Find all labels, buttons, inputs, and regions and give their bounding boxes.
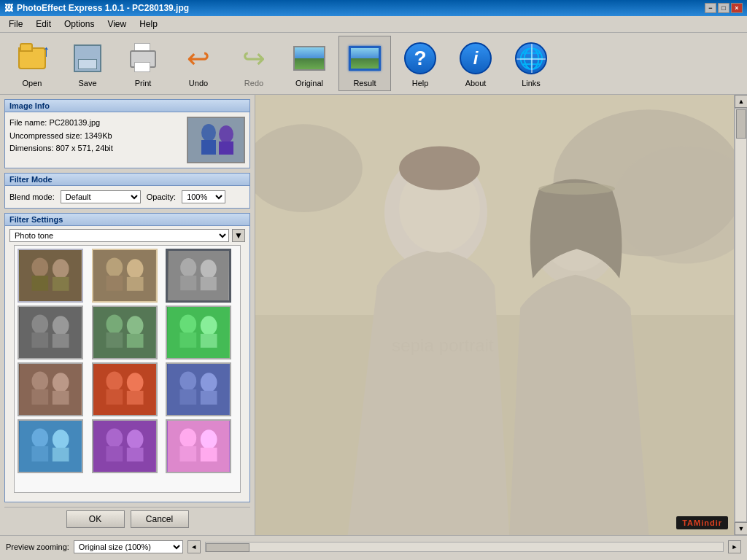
filter-thumbnail-7[interactable]: [18, 362, 83, 416]
titlebar: 🖼 PhotoEffect Express 1.0.1 - PC280139.j…: [0, 0, 747, 16]
horizontal-scrollbar[interactable]: [205, 542, 724, 552]
redo-icon: ↪: [235, 39, 273, 77]
preview-statusbar: Preview zooming: Original size (100%) 50…: [0, 535, 747, 557]
svg-rect-62: [180, 446, 197, 462]
filter-thumbnail-2[interactable]: [92, 249, 158, 303]
svg-rect-7: [31, 276, 48, 291]
svg-rect-37: [31, 389, 48, 405]
zoom-select[interactable]: Original size (100%) 50% 75% 150% 200%: [74, 540, 183, 553]
filter-thumbnail-9[interactable]: [166, 362, 231, 416]
filter-thumbnail-11[interactable]: [92, 419, 158, 473]
opacity-select[interactable]: 100% 90% 80%: [182, 190, 225, 203]
close-button[interactable]: ×: [731, 3, 743, 13]
titlebar-icon: 🖼: [4, 3, 13, 13]
menu-options[interactable]: Options: [58, 18, 100, 31]
vertical-scrollbar[interactable]: ▲ ▼: [734, 95, 747, 535]
filename-text: File name: PC280139.jpg: [9, 117, 181, 130]
watermark-indir: indir: [701, 518, 722, 527]
svg-rect-47: [180, 389, 197, 405]
bottom-buttons: OK Cancel: [4, 507, 250, 531]
svg-rect-19: [201, 277, 217, 290]
filter-thumbnail-6[interactable]: [166, 306, 231, 359]
result-icon: [346, 39, 384, 77]
filter-mode-title: Filter Mode: [5, 174, 249, 186]
ok-button[interactable]: OK: [66, 510, 125, 528]
menu-edit[interactable]: Edit: [30, 18, 57, 31]
svg-point-56: [106, 428, 123, 447]
scroll-down-button[interactable]: ▼: [735, 522, 747, 535]
thumbnails-grid: [15, 246, 240, 476]
original-button[interactable]: Original: [283, 36, 336, 91]
undo-button[interactable]: ↩ Undo: [172, 36, 225, 91]
scroll-left-button[interactable]: ◄: [187, 540, 201, 553]
filter-thumbnail-8[interactable]: [92, 362, 158, 416]
about-button[interactable]: i About: [449, 36, 502, 91]
save-button[interactable]: Save: [61, 36, 114, 91]
help-icon: ?: [401, 39, 439, 77]
filter-settings-panel: Filter Settings Photo tone Blur Sharpen …: [4, 213, 250, 502]
svg-point-51: [31, 428, 48, 447]
left-panel: Image Info File name: PC280139.jpg Uncom…: [0, 95, 255, 535]
svg-rect-52: [31, 446, 48, 462]
filter-type-select[interactable]: Photo tone Blur Sharpen: [9, 229, 229, 242]
svg-point-13: [126, 259, 143, 278]
menu-help[interactable]: Help: [133, 18, 163, 31]
cancel-button[interactable]: Cancel: [131, 510, 189, 528]
thumbnail-preview: [187, 117, 245, 163]
print-label: Print: [135, 79, 152, 88]
filter-thumbnail-4[interactable]: [18, 306, 83, 359]
links-button[interactable]: 🌐 Links: [505, 36, 557, 91]
svg-point-46: [180, 371, 197, 390]
filter-expand-button[interactable]: ▼: [232, 229, 245, 242]
filter-thumbnail-10[interactable]: [18, 419, 83, 473]
svg-rect-4: [219, 141, 233, 155]
filter-thumbnail-1[interactable]: [18, 249, 83, 303]
open-label: Open: [23, 79, 42, 88]
scroll-thumb[interactable]: [736, 109, 746, 139]
svg-rect-59: [126, 448, 143, 462]
filter-settings-title: Filter Settings: [5, 214, 249, 226]
scroll-up-button[interactable]: ▲: [735, 95, 747, 108]
svg-point-48: [201, 373, 217, 392]
scroll-track[interactable]: [735, 108, 747, 522]
svg-point-8: [53, 259, 69, 278]
thumbnail-image: [188, 118, 244, 162]
help-button[interactable]: ? Help: [394, 36, 446, 91]
titlebar-controls: − □ ×: [705, 3, 743, 13]
thumbnails-container[interactable]: [14, 245, 241, 493]
main-area: Image Info File name: PC280139.jpg Uncom…: [0, 95, 747, 535]
menu-file[interactable]: File: [3, 18, 28, 31]
svg-rect-9: [53, 277, 69, 291]
open-button[interactable]: ↑ Open: [6, 36, 58, 91]
svg-rect-32: [180, 332, 197, 348]
svg-point-33: [201, 316, 217, 335]
redo-button[interactable]: ↪ Redo: [228, 36, 280, 91]
links-label: Links: [522, 79, 541, 88]
filter-thumbnail-12[interactable]: [166, 419, 231, 473]
scroll-right-button[interactable]: ►: [728, 540, 741, 553]
svg-rect-22: [31, 332, 48, 348]
svg-point-43: [126, 373, 143, 392]
filter-mode-panel: Filter Mode Blend mode: Default Normal M…: [4, 173, 250, 209]
filter-thumbnail-5[interactable]: [92, 306, 158, 359]
maximize-button[interactable]: □: [718, 3, 729, 13]
blend-mode-select[interactable]: Default Normal Multiply Screen: [61, 190, 141, 203]
result-button[interactable]: Result: [338, 36, 391, 91]
svg-text:sepia portrait: sepia portrait: [392, 335, 494, 355]
print-button[interactable]: Print: [117, 36, 169, 91]
svg-rect-14: [126, 277, 143, 291]
svg-rect-40: [93, 364, 155, 415]
zoom-label: Preview zooming:: [6, 542, 69, 551]
result-label: Result: [353, 79, 376, 88]
links-icon: 🌐: [512, 39, 550, 77]
filter-thumbnail-3[interactable]: [166, 249, 231, 303]
svg-rect-12: [106, 276, 123, 291]
svg-rect-29: [126, 334, 143, 348]
svg-rect-15: [169, 251, 229, 300]
blend-mode-label: Blend mode:: [9, 192, 55, 201]
scroll-thumb-h[interactable]: [206, 543, 249, 552]
minimize-button[interactable]: −: [705, 3, 716, 13]
svg-rect-5: [19, 250, 81, 301]
svg-point-1: [201, 124, 216, 141]
menu-view[interactable]: View: [101, 18, 132, 31]
